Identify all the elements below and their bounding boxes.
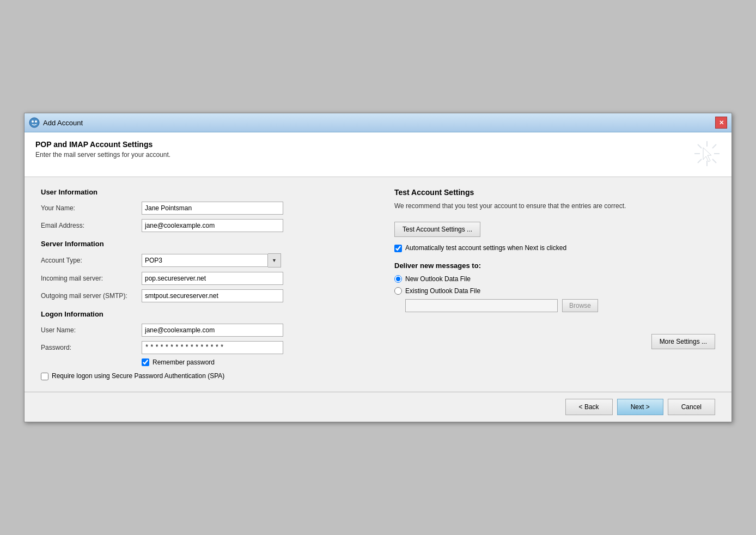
header-subtitle: Enter the mail server settings for your … (35, 151, 170, 159)
username-label: User Name: (41, 326, 142, 334)
your-name-input[interactable] (142, 202, 283, 215)
remember-password-row: Remember password (142, 358, 362, 366)
svg-point-2 (35, 120, 37, 123)
deliver-title: Deliver new messages to: (394, 262, 715, 270)
logon-info-title: Logon Information (41, 310, 362, 318)
email-address-input[interactable] (142, 219, 283, 232)
svg-marker-11 (703, 148, 711, 162)
more-settings-wrapper: More Settings ... (394, 334, 715, 349)
email-address-row: Email Address: (41, 219, 362, 232)
new-outlook-radio[interactable] (394, 275, 402, 283)
cursor-decoration (693, 140, 721, 169)
svg-line-10 (698, 159, 702, 163)
incoming-mail-input[interactable] (142, 272, 283, 285)
remember-password-label: Remember password (153, 358, 215, 366)
existing-outlook-row: Existing Outlook Data File (394, 287, 715, 295)
app-icon (29, 117, 40, 128)
auto-test-label: Automatically test account settings when… (405, 244, 566, 253)
existing-outlook-label: Existing Outlook Data File (405, 287, 480, 295)
cancel-button[interactable]: Cancel (668, 399, 715, 415)
more-settings-button[interactable]: More Settings ... (651, 334, 715, 349)
browse-button[interactable]: Browse (562, 299, 598, 312)
password-label: Password: (41, 344, 142, 351)
cursor-icon (693, 140, 721, 167)
outgoing-mail-input[interactable] (142, 289, 283, 302)
username-input[interactable] (142, 324, 283, 337)
spa-label: Require logon using Secure Password Auth… (52, 372, 224, 381)
svg-line-7 (698, 144, 702, 148)
new-outlook-label: New Outlook Data File (405, 275, 471, 283)
remember-password-checkbox[interactable] (142, 358, 149, 366)
content-area: User Information Your Name: Email Addres… (25, 177, 731, 392)
window-title: Add Account (43, 119, 83, 127)
back-button[interactable]: < Back (565, 399, 613, 415)
header-title: POP and IMAP Account Settings (35, 140, 170, 149)
spa-checkbox[interactable] (41, 373, 48, 380)
footer-section: < Back Next > Cancel (25, 392, 731, 422)
add-account-window: Add Account ✕ POP and IMAP Account Setti… (24, 113, 732, 422)
server-info-title: Server Information (41, 240, 362, 248)
password-row: Password: (41, 341, 362, 354)
test-description: We recommend that you test your account … (394, 201, 715, 211)
new-outlook-row: New Outlook Data File (394, 275, 715, 283)
outgoing-mail-row: Outgoing mail server (SMTP): (41, 289, 362, 302)
svg-line-9 (712, 144, 716, 148)
incoming-mail-row: Incoming mail server: (41, 272, 362, 285)
incoming-mail-label: Incoming mail server: (41, 275, 142, 282)
user-info-title: User Information (41, 188, 362, 196)
auto-test-checkbox[interactable] (394, 245, 402, 252)
svg-point-0 (29, 118, 39, 127)
spa-row: Require logon using Secure Password Auth… (41, 372, 362, 381)
header-section: POP and IMAP Account Settings Enter the … (25, 132, 731, 177)
test-settings-title: Test Account Settings (394, 188, 715, 197)
svg-point-1 (32, 120, 34, 123)
svg-line-8 (712, 159, 716, 163)
title-bar-left: Add Account (29, 117, 83, 128)
account-type-dropdown-btn[interactable]: ▼ (268, 253, 281, 268)
account-type-label: Account Type: (41, 257, 142, 264)
header-text: POP and IMAP Account Settings Enter the … (35, 140, 170, 159)
existing-file-input[interactable] (405, 299, 558, 312)
outgoing-mail-label: Outgoing mail server (SMTP): (41, 292, 142, 300)
left-panel: User Information Your Name: Email Addres… (41, 188, 362, 381)
next-button[interactable]: Next > (617, 399, 663, 415)
account-type-row: Account Type: ▼ (41, 253, 362, 268)
auto-test-row: Automatically test account settings when… (394, 244, 715, 253)
existing-file-row: Browse (405, 299, 715, 312)
email-address-label: Email Address: (41, 222, 142, 229)
password-input[interactable] (142, 341, 283, 354)
your-name-label: Your Name: (41, 204, 142, 212)
username-row: User Name: (41, 324, 362, 337)
account-type-input[interactable] (142, 254, 268, 267)
title-bar: Add Account ✕ (25, 113, 731, 132)
existing-outlook-radio[interactable] (394, 287, 402, 295)
right-panel: Test Account Settings We recommend that … (383, 188, 715, 381)
test-account-settings-button[interactable]: Test Account Settings ... (394, 222, 480, 237)
your-name-row: Your Name: (41, 202, 362, 215)
close-button[interactable]: ✕ (715, 117, 727, 129)
